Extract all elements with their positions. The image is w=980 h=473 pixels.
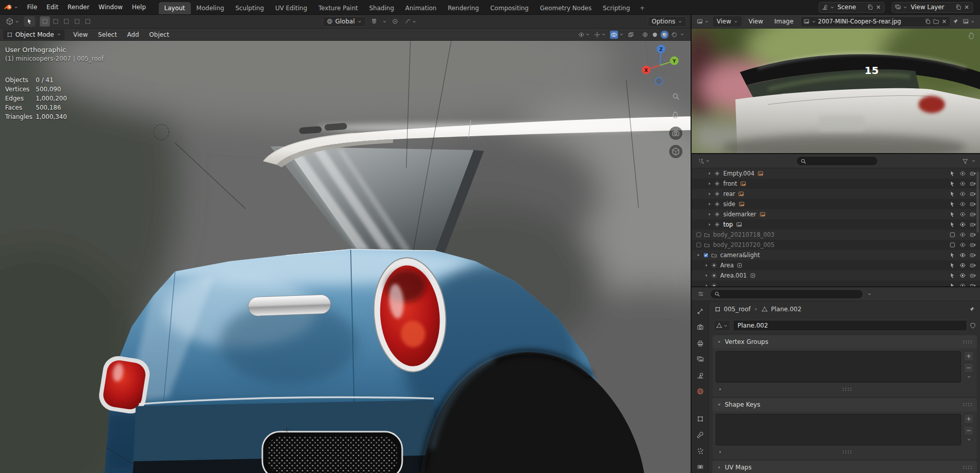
vertex-group-specials-icon[interactable] <box>967 375 971 379</box>
shape-key-specials-icon[interactable] <box>967 437 971 442</box>
hide-eye-icon[interactable] <box>960 252 966 258</box>
hide-eye-icon[interactable] <box>960 283 966 286</box>
outliner-row-area[interactable]: Area <box>692 260 980 270</box>
view-layer-selector[interactable]: View Layer <box>892 2 973 13</box>
toggle-xray-button[interactable] <box>628 32 634 38</box>
editor-type-button[interactable] <box>695 17 711 26</box>
panel-header-uv-maps[interactable]: UV Maps <box>713 461 977 473</box>
restrict-render-icon[interactable] <box>970 201 976 207</box>
disclosure-icon[interactable] <box>707 212 712 217</box>
pan-tool-button[interactable] <box>669 108 682 121</box>
shape-keys-subpanel[interactable] <box>716 447 974 457</box>
props-tab-scene[interactable] <box>693 369 707 382</box>
pan-2d-gizmo-icon[interactable] <box>968 32 976 40</box>
workspace-tab-geometry-nodes[interactable]: Geometry Nodes <box>534 2 597 14</box>
restrict-select-icon[interactable] <box>949 181 955 187</box>
props-tab-output[interactable] <box>693 337 707 350</box>
disclosure-icon[interactable] <box>707 181 712 186</box>
mesh-data-dropdown[interactable] <box>714 320 730 331</box>
collection-checkbox-icon[interactable] <box>696 242 702 248</box>
props-tab-object[interactable] <box>693 413 707 425</box>
outliner-scrollbar[interactable] <box>976 171 979 233</box>
restrict-render-icon[interactable] <box>970 272 976 279</box>
outliner-row-rear[interactable]: rear <box>692 189 980 199</box>
active-tool-button[interactable] <box>24 16 35 27</box>
unlink-image-icon[interactable] <box>941 18 947 24</box>
menu-file[interactable]: File <box>22 0 42 14</box>
props-tab-world[interactable] <box>693 386 707 398</box>
menu-edit[interactable]: Edit <box>42 0 63 14</box>
restrict-render-icon[interactable] <box>970 283 976 286</box>
menu-render[interactable]: Render <box>63 0 94 14</box>
add-vertex-group-button[interactable] <box>964 351 974 361</box>
snap-toggle[interactable] <box>369 16 380 27</box>
shading-options-chevron-icon[interactable] <box>680 32 684 37</box>
hide-eye-icon[interactable] <box>960 170 966 177</box>
viewport-menu-select[interactable]: Select <box>93 29 121 40</box>
unlink-scene-icon[interactable] <box>875 4 881 10</box>
show-gizmo-dropdown[interactable] <box>594 32 606 38</box>
restrict-select-icon[interactable] <box>949 170 955 177</box>
vertex-groups-list[interactable] <box>716 351 961 383</box>
select-mode-set[interactable] <box>40 16 50 27</box>
image-menu-image[interactable]: Image <box>770 15 798 28</box>
options-dropdown[interactable]: Options <box>648 16 687 27</box>
viewport-menu-view[interactable]: View <box>69 29 92 40</box>
collection-checkbox-icon[interactable] <box>703 252 709 258</box>
restrict-render-icon[interactable] <box>970 242 976 248</box>
outliner-row-body-20210718[interactable]: body_20210718_003 <box>692 230 980 240</box>
select-mode-invert[interactable] <box>72 16 82 27</box>
drag-grip-icon[interactable] <box>963 403 973 407</box>
hide-eye-icon[interactable] <box>960 181 966 187</box>
add-shape-key-button[interactable] <box>964 414 974 424</box>
hide-eye-icon[interactable] <box>960 242 966 248</box>
remove-shape-key-button[interactable] <box>964 426 974 436</box>
shading-material-button[interactable] <box>660 31 669 39</box>
restrict-select-icon[interactable] <box>949 221 955 228</box>
select-mode-extend[interactable] <box>51 16 61 27</box>
outliner-row-area-001[interactable]: Area.001 <box>692 270 980 281</box>
workspace-tab-layout[interactable]: Layout <box>159 2 191 14</box>
outliner-row-top[interactable]: top <box>692 219 980 230</box>
select-mode-intersect[interactable] <box>83 16 93 27</box>
image-canvas[interactable]: 15 <box>692 29 980 153</box>
workspace-tab-modeling[interactable]: Modeling <box>191 2 230 14</box>
new-view-layer-icon[interactable] <box>955 4 962 10</box>
restrict-select-icon[interactable] <box>949 262 955 268</box>
workspace-tab-sculpting[interactable]: Sculpting <box>230 2 270 14</box>
panel-header-vertex-groups[interactable]: Vertex Groups <box>713 335 977 348</box>
outliner-row-body-20210720[interactable]: body_20210720_005 <box>692 240 980 250</box>
transform-orientation-dropdown[interactable]: Global <box>323 16 366 27</box>
snap-options-chevron-icon[interactable] <box>382 19 387 24</box>
workspace-tab-compositing[interactable]: Compositing <box>484 2 534 14</box>
restrict-select-icon[interactable] <box>949 283 955 286</box>
editor-type-button[interactable] <box>4 17 21 26</box>
outliner-row-front[interactable]: front <box>692 179 980 189</box>
shape-keys-list[interactable] <box>716 414 961 445</box>
remove-vertex-group-button[interactable] <box>964 363 974 373</box>
outliner-row-side[interactable]: side <box>692 199 980 209</box>
remove-view-layer-icon[interactable] <box>964 4 970 10</box>
restrict-render-icon[interactable] <box>970 170 976 177</box>
editor-type-button[interactable] <box>696 157 712 165</box>
menu-help[interactable]: Help <box>127 0 150 14</box>
viewport-menu-add[interactable]: Add <box>122 29 143 40</box>
props-tab-modifiers[interactable] <box>693 429 707 441</box>
toggle-ortho-button[interactable] <box>669 145 682 158</box>
proportional-editing-toggle[interactable] <box>389 16 401 27</box>
zoom-tool-button[interactable] <box>669 90 682 103</box>
blender-menu-button[interactable] <box>0 0 22 14</box>
image-display-settings-button[interactable] <box>961 17 977 26</box>
props-tab-physics[interactable] <box>693 461 707 473</box>
restrict-render-icon[interactable] <box>970 232 976 238</box>
restrict-render-icon[interactable] <box>970 211 976 217</box>
viewport-3d-scene[interactable] <box>0 41 691 473</box>
hide-eye-icon[interactable] <box>960 272 966 279</box>
disclosure-icon[interactable] <box>707 222 712 227</box>
shading-wireframe-button[interactable] <box>641 31 649 39</box>
workspace-tab-animation[interactable]: Animation <box>400 2 442 14</box>
show-overlays-dropdown[interactable] <box>610 31 624 39</box>
restrict-select-icon[interactable] <box>949 252 955 258</box>
hide-eye-icon[interactable] <box>960 232 966 238</box>
select-mode-subtract[interactable] <box>61 16 71 27</box>
